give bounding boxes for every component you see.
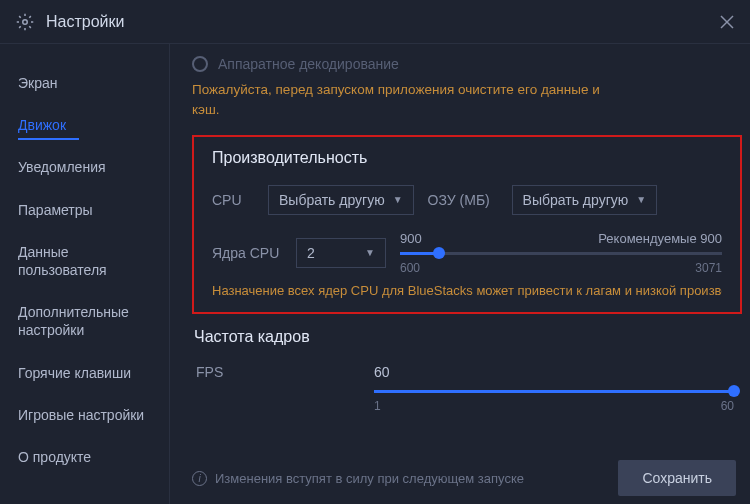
sidebar: Экран Движок Уведомления Параметры Данны… [0,44,170,504]
fps-value: 60 [374,364,734,380]
sidebar-item-about[interactable]: О продукте [0,436,169,478]
save-button[interactable]: Сохранить [618,460,736,496]
sidebar-item-notifications[interactable]: Уведомления [0,146,169,188]
sidebar-item-label: Экран [18,75,58,91]
radio-icon [192,56,208,72]
performance-section: Производительность CPU Выбрать другую ▼ … [192,135,742,314]
sidebar-item-label: Горячие клавиши [18,365,131,381]
footer-info: i Изменения вступят в силу при следующем… [192,471,524,486]
sidebar-item-hotkeys[interactable]: Горячие клавиши [0,352,169,394]
slider-thumb[interactable] [728,385,740,397]
sidebar-item-label: Дополнительные настройки [18,304,129,338]
fps-label: FPS [194,364,346,380]
ram-select[interactable]: Выбрать другую ▼ [512,185,658,215]
gear-icon [16,13,34,31]
cpu-warning: Назначение всех ядер CPU для BlueStacks … [212,283,722,298]
hw-decoding-label: Аппаратное декодирование [218,56,399,72]
sidebar-item-label: Данные пользователя [18,244,107,278]
settings-title: Настройки [46,13,720,31]
framerate-title: Частота кадров [194,328,750,346]
fps-min: 1 [374,399,381,413]
save-button-label: Сохранить [642,470,712,486]
chevron-down-icon: ▼ [393,194,403,205]
fps-slider[interactable]: 60 1 60 [374,364,734,413]
hw-decoding-option[interactable]: Аппаратное декодирование [192,56,750,72]
content-panel: Аппаратное декодирование Пожалуйста, пер… [170,44,750,504]
cpu-select-value: Выбрать другую [279,192,385,208]
cpu-select[interactable]: Выбрать другую ▼ [268,185,414,215]
fps-max: 60 [721,399,734,413]
close-button[interactable] [720,15,734,29]
slider-track [400,252,722,255]
ram-label: ОЗУ (МБ) [428,192,498,208]
header: Настройки [0,0,750,44]
slider-thumb[interactable] [433,247,445,259]
footer-info-text: Изменения вступят в силу при следующем з… [215,471,524,486]
ram-slider[interactable]: 900 Рекомендуемые 900 600 3071 [400,231,722,275]
sidebar-item-advanced[interactable]: Дополнительные настройки [0,291,169,351]
ram-recommended: Рекомендуемые 900 [598,231,722,246]
chevron-down-icon: ▼ [365,247,375,258]
footer: i Изменения вступят в силу при следующем… [192,460,736,496]
sidebar-item-screen[interactable]: Экран [0,62,169,104]
slider-track [374,390,734,393]
sidebar-item-label: Движок [18,117,66,133]
sidebar-item-engine[interactable]: Движок [0,104,169,146]
cpu-label: CPU [212,192,254,208]
sidebar-item-label: Параметры [18,202,93,218]
sidebar-item-gamesettings[interactable]: Игровые настройки [0,394,169,436]
ram-select-value: Выбрать другую [523,192,629,208]
ram-max: 3071 [695,261,722,275]
sidebar-item-label: О продукте [18,449,91,465]
cores-label: Ядра CPU [212,245,282,261]
sidebar-item-label: Игровые настройки [18,407,144,423]
sidebar-item-userdata[interactable]: Данные пользователя [0,231,169,291]
cores-select[interactable]: 2 ▼ [296,238,386,268]
decoding-warning: Пожалуйста, перед запуском приложения оч… [192,80,612,121]
sidebar-item-parameters[interactable]: Параметры [0,189,169,231]
chevron-down-icon: ▼ [636,194,646,205]
sidebar-item-label: Уведомления [18,159,106,175]
info-icon: i [192,471,207,486]
ram-current-value: 900 [400,231,422,246]
framerate-section: Частота кадров FPS 60 1 60 [192,328,750,413]
ram-min: 600 [400,261,420,275]
performance-title: Производительность [212,149,722,167]
cores-select-value: 2 [307,245,315,261]
svg-point-0 [23,19,28,24]
